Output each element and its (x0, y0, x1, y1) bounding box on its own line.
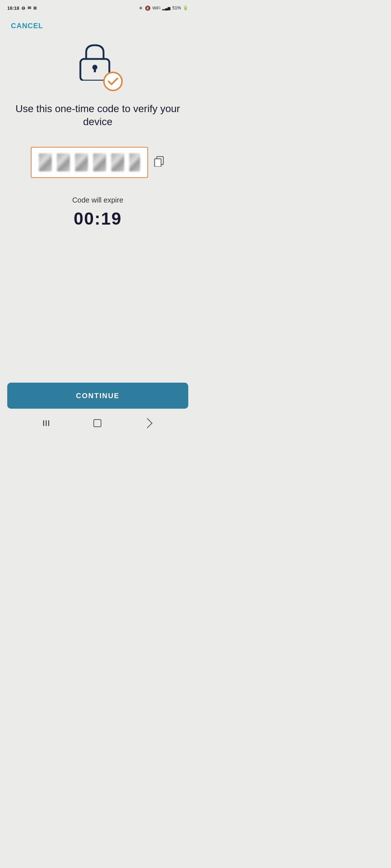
code-digit-5 (111, 153, 124, 171)
check-circle-icon (103, 71, 123, 92)
status-right: ☀ 🔇 WiFi ▂▄▆ 51% 🔋 (139, 5, 188, 11)
battery-percentage: 51% (172, 5, 181, 10)
code-digit-4 (93, 153, 106, 171)
cancel-button[interactable]: CANCEL (0, 14, 196, 34)
do-not-disturb-icon: ⊖ (21, 5, 25, 11)
code-digit-6 (129, 153, 140, 171)
svg-point-3 (104, 72, 122, 90)
apps-icon: ⊞ (33, 6, 37, 10)
back-icon[interactable] (142, 418, 152, 428)
wifi-icon: WiFi (152, 6, 160, 10)
status-bar: 16:18 ⊖ ✉ ⊞ ☀ 🔇 WiFi ▂▄▆ 51% 🔋 (0, 0, 196, 14)
code-digit-2 (57, 153, 70, 171)
battery-icon: 🔋 (183, 5, 188, 10)
copy-button[interactable] (153, 155, 165, 169)
code-digit-1 (39, 153, 52, 171)
expiry-section: Code will expire 00:19 (72, 196, 123, 229)
expiry-label: Code will expire (72, 196, 123, 204)
message-icon: ✉ (28, 5, 31, 10)
navigation-bar (0, 412, 196, 434)
svg-rect-5 (155, 159, 161, 167)
code-digits (39, 153, 140, 171)
svg-rect-2 (94, 67, 96, 72)
code-digit-3 (75, 153, 88, 171)
verification-icon (72, 41, 123, 92)
page-title: Use this one-time code to verify your de… (11, 102, 185, 129)
status-time: 16:18 ⊖ ✉ ⊞ (7, 5, 37, 11)
main-content: Use this one-time code to verify your de… (0, 34, 196, 258)
signal-icon: ▂▄▆ (162, 6, 171, 10)
time-display: 16:18 (7, 5, 19, 11)
home-icon[interactable] (93, 419, 101, 427)
recent-apps-icon[interactable] (43, 420, 51, 426)
brightness-icon: ☀ (139, 5, 143, 11)
continue-button[interactable]: CONTINUE (7, 383, 188, 409)
code-box[interactable] (31, 147, 148, 178)
mute-icon: 🔇 (145, 5, 151, 11)
timer-display: 00:19 (74, 209, 122, 229)
code-area (31, 147, 165, 178)
